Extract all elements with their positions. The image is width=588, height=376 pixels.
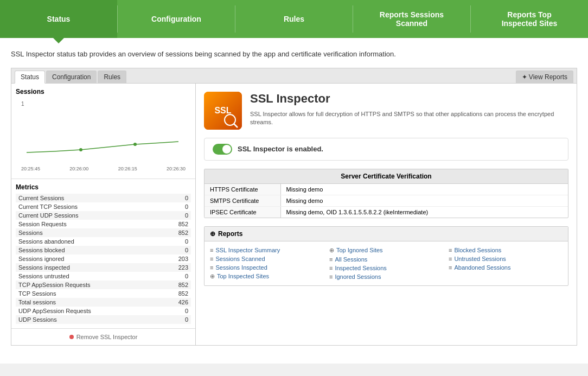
cert-table-header: Server Certificate Verification — [204, 169, 568, 184]
chart-x-labels: 20:25:45 20:26:00 20:26:15 20:26:30 — [21, 166, 186, 171]
reports-globe-icon: ⊕ — [210, 230, 215, 238]
nav-configuration[interactable]: Configuration — [118, 0, 235, 38]
app-info: SSL Inspector SSL Inspector allows for f… — [250, 92, 568, 127]
reports-section: ⊕ Reports ≡SSL Inspector Summary≡Session… — [204, 226, 568, 286]
main-panel: Sessions 1 20:25:45 20:26:00 20:26:15 20… — [11, 83, 577, 346]
metrics-section: Metrics Current Sessions0Current TCP Ses… — [11, 179, 195, 328]
inner-tab-bar: Status Configuration Rules ✦ View Report… — [11, 68, 577, 83]
app-description: SSL Inspector allows for full decryption… — [250, 110, 568, 127]
svg-point-1 — [133, 143, 137, 146]
cert-table: HTTPS CertificateMissing demoSMTPS Certi… — [204, 184, 568, 218]
svg-point-0 — [79, 148, 82, 151]
nav-reports-sessions[interactable]: Reports SessionsScanned — [353, 0, 470, 38]
report-icon: ≡ — [329, 256, 333, 263]
top-navigation: Status Configuration Rules Reports Sessi… — [0, 0, 588, 38]
report-link[interactable]: ≡Sessions Scanned — [210, 256, 324, 262]
table-row: IPSEC CertificateMissing demo, OID 1.3.6… — [204, 206, 568, 218]
cert-table-container: Server Certificate Verification HTTPS Ce… — [204, 169, 568, 218]
report-link[interactable]: ≡Blocked Sessions — [449, 247, 563, 253]
tab-view-reports[interactable]: ✦ View Reports — [516, 71, 573, 83]
report-icon: ≡ — [329, 265, 333, 271]
table-row: UDP AppSession Requests0 — [16, 307, 191, 315]
app-title: SSL Inspector — [250, 92, 568, 106]
svg-text:SSL: SSL — [214, 106, 231, 115]
table-row: UDP Sessions0 — [16, 315, 191, 324]
app-icon: SSL — [204, 92, 242, 130]
toggle-area: SSL Inspector is enabled. — [204, 138, 568, 161]
report-icon: ≡ — [449, 256, 452, 262]
report-link[interactable]: ≡SSL Inspector Summary — [210, 247, 324, 253]
table-row: Total sessions426 — [16, 298, 191, 307]
metrics-title: Metrics — [16, 183, 191, 191]
table-row: Sessions abandoned0 — [16, 237, 191, 246]
report-icon: ≡ — [210, 256, 213, 262]
table-row: Current Sessions0 — [16, 194, 191, 202]
report-link[interactable]: ⊕Top Inspected Sites — [210, 273, 324, 280]
table-row: TCP AppSession Requests852 — [16, 281, 191, 289]
table-row: Sessions inspected223 — [16, 263, 191, 272]
sessions-chart: 1 20:25:45 20:26:00 20:26:15 20:26:30 — [16, 98, 191, 174]
report-icon: ≡ — [449, 264, 452, 271]
table-row: Sessions ignored203 — [16, 254, 191, 263]
report-link[interactable]: ≡All Sessions — [329, 256, 443, 263]
table-row: Sessions blocked0 — [16, 246, 191, 254]
left-panel: Sessions 1 20:25:45 20:26:00 20:26:15 20… — [11, 84, 196, 345]
report-link[interactable]: ⊕Top Ignored Sites — [329, 247, 443, 254]
toggle-label: SSL Inspector is enabled. — [238, 145, 323, 153]
report-icon: ⊕ — [329, 247, 334, 254]
report-icon: ≡ — [210, 247, 213, 253]
nav-reports-top[interactable]: Reports TopInspected Sites — [471, 0, 588, 38]
app-header: SSL SSL Inspector SSL Inspector allows f… — [204, 92, 568, 130]
table-row: Session Requests852 — [16, 220, 191, 228]
chart-y-label: 1 — [21, 101, 24, 107]
tab-rules[interactable]: Rules — [98, 71, 126, 83]
tab-configuration[interactable]: Configuration — [46, 71, 97, 83]
content-area: SSL Inspector status tab provides an ove… — [0, 38, 588, 364]
reports-col-1: ≡SSL Inspector Summary≡Sessions Scanned≡… — [210, 247, 324, 280]
remove-dot-icon — [69, 335, 74, 339]
reports-grid: ≡SSL Inspector Summary≡Sessions Scanned≡… — [204, 241, 568, 285]
report-link[interactable]: ≡Abandoned Sessions — [449, 264, 563, 271]
table-row: Current UDP Sessions0 — [16, 211, 191, 220]
right-panel: SSL SSL Inspector SSL Inspector allows f… — [196, 84, 577, 345]
table-row: TCP Sessions852 — [16, 289, 191, 298]
reports-col-3: ≡Blocked Sessions≡Untrusted Sessions≡Aba… — [449, 247, 563, 280]
table-row: Current TCP Sessions0 — [16, 202, 191, 211]
tab-status[interactable]: Status — [15, 71, 45, 84]
report-link[interactable]: ≡Untrusted Sessions — [449, 256, 563, 262]
sessions-title: Sessions — [16, 88, 191, 95]
nav-rules[interactable]: Rules — [235, 0, 353, 38]
table-row: HTTPS CertificateMissing demo — [204, 184, 568, 195]
description-text: SSL Inspector status tab provides an ove… — [11, 49, 577, 60]
table-row: SMTPS CertificateMissing demo — [204, 195, 568, 206]
app-icon-svg: SSL — [204, 92, 242, 130]
metrics-table: Current Sessions0Current TCP Sessions0Cu… — [16, 194, 191, 324]
report-icon: ≡ — [210, 264, 213, 271]
reports-header: ⊕ Reports — [204, 227, 568, 241]
chart-svg — [27, 109, 186, 163]
report-icon: ≡ — [329, 273, 333, 280]
reports-col-2: ⊕Top Ignored Sites≡All Sessions≡Inspecte… — [329, 247, 443, 280]
report-icon: ⊕ — [210, 273, 215, 280]
nav-status[interactable]: Status — [0, 0, 117, 38]
report-icon: ≡ — [449, 247, 452, 253]
report-link[interactable]: ≡Inspected Sessions — [329, 265, 443, 271]
remove-button[interactable]: Remove SSL Inspector — [69, 334, 138, 340]
report-link[interactable]: ≡Sessions Inspected — [210, 264, 324, 271]
table-row: Sessions852 — [16, 228, 191, 237]
report-link[interactable]: ≡Ignored Sessions — [329, 273, 443, 280]
sessions-section: Sessions 1 20:25:45 20:26:00 20:26:15 20… — [11, 84, 195, 179]
toggle-switch[interactable] — [213, 144, 232, 155]
table-row: Sessions untrusted0 — [16, 272, 191, 281]
remove-section: Remove SSL Inspector — [11, 328, 195, 345]
